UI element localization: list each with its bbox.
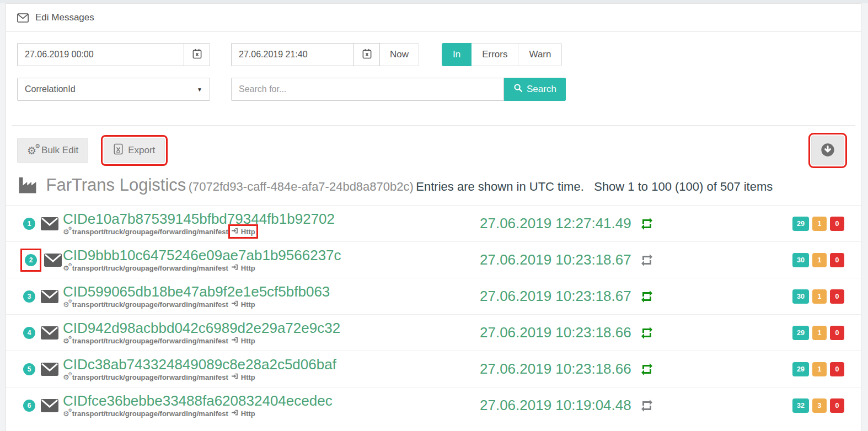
bulk-edit-button[interactable]: ⚙⚙ Bulk Edit xyxy=(17,138,88,163)
status-badge-warn[interactable]: 1 xyxy=(812,217,827,231)
protocol-label: Http xyxy=(241,228,255,236)
table-row: 1 CIDe10a7b87539145bfbd79344fb1b92702 ⚙⚙… xyxy=(6,205,861,241)
date-from-input[interactable] xyxy=(17,43,184,66)
search-input[interactable] xyxy=(231,78,504,101)
retweet-icon[interactable] xyxy=(639,254,655,267)
row-index-badge: 4 xyxy=(23,327,35,339)
now-button[interactable]: Now xyxy=(380,43,419,66)
row-right: 27.06.2019 10:23:18.66 29 1 0 xyxy=(480,360,844,378)
page-title: Edi Messages xyxy=(35,12,94,23)
message-list: 1 CIDe10a7b87539145bfbd79344fb1b92702 ⚙⚙… xyxy=(6,205,861,423)
status-badge-error[interactable]: 0 xyxy=(830,217,844,231)
protocol-group: Http xyxy=(231,263,255,272)
calendar-x-icon xyxy=(362,49,372,61)
message-id-link[interactable]: CIDe10a7b87539145bfbd79344fb1b92702 xyxy=(63,211,335,227)
date-from-group xyxy=(17,43,210,66)
sign-in-icon xyxy=(231,336,238,345)
row-subline: ⚙⚙ transport/truck/groupage/forwarding/m… xyxy=(63,336,480,345)
protocol-label: Http xyxy=(241,300,255,309)
status-badge-ok[interactable]: 29 xyxy=(792,362,809,376)
row-index-badge: 1 xyxy=(23,218,35,230)
section-divider xyxy=(12,125,855,126)
protocol-label: Http xyxy=(241,410,255,418)
status-badge-error[interactable]: 0 xyxy=(830,253,844,267)
export-button[interactable]: Export xyxy=(104,138,165,163)
timestamp-link[interactable]: 27.06.2019 10:23:18.66 xyxy=(480,324,631,341)
factory-icon xyxy=(17,186,40,196)
message-id-link[interactable]: CIDc38ab743324849089c8e28a2c5d06baf xyxy=(63,357,336,373)
route-label: transport/truck/groupage/forwarding/mani… xyxy=(72,228,228,236)
row-subline: ⚙⚙ transport/truck/groupage/forwarding/m… xyxy=(63,373,480,381)
retweet-icon[interactable] xyxy=(639,217,655,230)
circle-arrow-down-icon xyxy=(820,142,835,159)
status-badge-ok[interactable]: 29 xyxy=(792,326,809,340)
message-id-link[interactable]: CID942d98acbbd042c6989d2e29a72e9c32 xyxy=(63,320,340,336)
status-badge-error[interactable]: 0 xyxy=(830,362,844,376)
route-label: transport/truck/groupage/forwarding/mani… xyxy=(72,264,228,272)
download-button[interactable] xyxy=(811,136,844,165)
toggle-in-button[interactable]: In xyxy=(442,43,471,66)
search-button[interactable]: Search xyxy=(504,78,566,101)
status-badge-ok[interactable]: 30 xyxy=(792,289,809,304)
panel-header: Edi Messages xyxy=(6,4,861,32)
retweet-icon[interactable] xyxy=(639,290,655,303)
timestamp-link[interactable]: 27.06.2019 10:23:18.66 xyxy=(480,360,631,378)
message-id-link[interactable]: CID599065db18be47ab9f2e1e5cf5bfb063 xyxy=(63,284,330,300)
row-index-badge: 5 xyxy=(23,363,35,375)
search-button-label: Search xyxy=(527,84,556,95)
route-label: transport/truck/groupage/forwarding/mani… xyxy=(72,300,228,309)
message-id-link[interactable]: CIDfce36bebbe33488fa620832404ecedec xyxy=(63,393,333,409)
row-main: CID599065db18be47ab9f2e1e5cf5bfb063 ⚙⚙ t… xyxy=(63,284,480,309)
utc-note: Entries are shown in UTC time. xyxy=(416,180,583,193)
row-left: 3 xyxy=(23,290,63,303)
protocol-group: Http xyxy=(231,227,255,236)
message-id-link[interactable]: CID9bbb10c6475246e09ae7ab1b9566237c xyxy=(63,247,341,263)
protocol-group: Http xyxy=(231,300,255,309)
toggle-errors-button[interactable]: Errors xyxy=(471,43,518,66)
row-index-badge: 3 xyxy=(23,290,35,303)
row-main: CIDe10a7b87539145bfbd79344fb1b92702 ⚙⚙ t… xyxy=(63,211,480,236)
edi-messages-panel: Edi Messages xyxy=(6,3,861,431)
date-to-calendar-button[interactable] xyxy=(353,43,380,66)
timestamp-link[interactable]: 27.06.2019 12:27:41.49 xyxy=(480,215,631,232)
badge-group: 30 1 0 xyxy=(792,289,844,304)
status-badge-warn[interactable]: 1 xyxy=(812,362,827,376)
status-badge-ok[interactable]: 29 xyxy=(792,217,809,231)
timestamp-link[interactable]: 27.06.2019 10:23:18.67 xyxy=(480,251,631,268)
retweet-icon[interactable] xyxy=(639,399,655,412)
date-to-input[interactable] xyxy=(231,43,353,66)
status-badge-error[interactable]: 0 xyxy=(830,326,844,340)
company-name: FarTrans Logistics xyxy=(46,175,186,195)
row-subline: ⚙⚙ transport/truck/groupage/forwarding/m… xyxy=(63,409,480,418)
correlation-field-select[interactable]: CorrelationId ▼ xyxy=(17,78,210,101)
row-subline: ⚙⚙ transport/truck/groupage/forwarding/m… xyxy=(63,263,480,272)
cogs-icon: ⚙⚙ xyxy=(63,374,69,381)
message-type-toggle-group: In Errors Warn xyxy=(442,43,562,66)
date-from-calendar-button[interactable] xyxy=(184,43,210,66)
badge-group: 30 1 0 xyxy=(792,253,844,267)
status-badge-error[interactable]: 0 xyxy=(830,289,844,304)
search-filter-row: CorrelationId ▼ Search xyxy=(17,78,850,101)
status-badge-warn[interactable]: 3 xyxy=(812,398,827,413)
retweet-icon[interactable] xyxy=(639,363,655,376)
route-label: transport/truck/groupage/forwarding/mani… xyxy=(72,337,228,345)
envelope-icon xyxy=(41,326,58,340)
timestamp-link[interactable]: 27.06.2019 10:19:04.48 xyxy=(480,397,631,414)
row-left: 5 xyxy=(23,363,63,376)
row-index-badge: 2 xyxy=(25,254,37,266)
sign-in-icon xyxy=(231,227,238,236)
toggle-warn-button[interactable]: Warn xyxy=(518,43,562,66)
timestamp-link[interactable]: 27.06.2019 10:23:18.67 xyxy=(480,288,631,305)
row-index-badge: 6 xyxy=(23,400,35,412)
row-main: CIDfce36bebbe33488fa620832404ecedec ⚙⚙ t… xyxy=(63,393,480,418)
table-row: 5 CIDc38ab743324849089c8e28a2c5d06baf ⚙⚙… xyxy=(6,351,861,387)
status-badge-warn[interactable]: 1 xyxy=(812,253,827,267)
sign-in-icon xyxy=(231,409,238,418)
company-summary: FarTrans Logistics (7072fd93-caff-484e-a… xyxy=(6,172,861,198)
status-badge-warn[interactable]: 1 xyxy=(812,289,827,304)
status-badge-ok[interactable]: 32 xyxy=(792,398,809,413)
retweet-icon[interactable] xyxy=(639,326,655,340)
status-badge-error[interactable]: 0 xyxy=(830,398,844,413)
status-badge-warn[interactable]: 1 xyxy=(812,326,827,340)
status-badge-ok[interactable]: 30 xyxy=(792,253,809,267)
